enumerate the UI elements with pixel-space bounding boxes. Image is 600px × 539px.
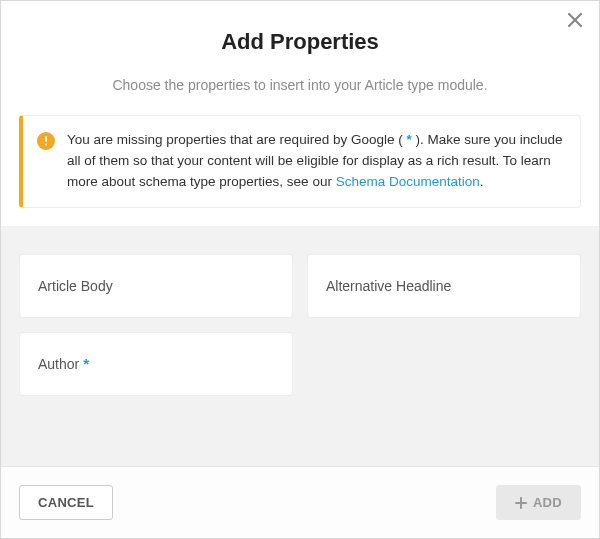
property-card-article-body[interactable]: Article Body [19, 254, 293, 318]
property-label: Article Body [38, 277, 113, 295]
modal-header: Add Properties [1, 1, 599, 63]
svg-rect-4 [45, 144, 47, 146]
modal-subtitle: Choose the properties to insert into you… [1, 63, 599, 115]
properties-grid: Article Body Alternative Headline Author… [1, 226, 599, 466]
required-star-icon: * [83, 354, 89, 374]
property-card-alternative-headline[interactable]: Alternative Headline [307, 254, 581, 318]
warning-box: You are missing properties that are requ… [19, 115, 581, 208]
cancel-label: CANCEL [38, 495, 94, 510]
close-icon [567, 12, 583, 28]
svg-rect-3 [45, 136, 47, 142]
warning-text-3: . [480, 174, 484, 189]
plus-icon [515, 497, 527, 509]
property-label: Alternative Headline [326, 277, 451, 295]
cancel-button[interactable]: CANCEL [19, 485, 113, 520]
schema-documentation-link[interactable]: Schema Documentation [336, 174, 480, 189]
close-button[interactable] [565, 11, 585, 31]
add-properties-modal: Add Properties Choose the properties to … [0, 0, 600, 539]
modal-footer: CANCEL ADD [1, 466, 599, 538]
property-card-author[interactable]: Author * [19, 332, 293, 396]
property-label: Author [38, 355, 79, 373]
warning-text-1: You are missing properties that are requ… [67, 132, 406, 147]
add-button[interactable]: ADD [496, 485, 581, 520]
add-label: ADD [533, 495, 562, 510]
warning-text: You are missing properties that are requ… [67, 130, 564, 193]
modal-title: Add Properties [25, 29, 575, 55]
warning-icon [37, 132, 55, 150]
